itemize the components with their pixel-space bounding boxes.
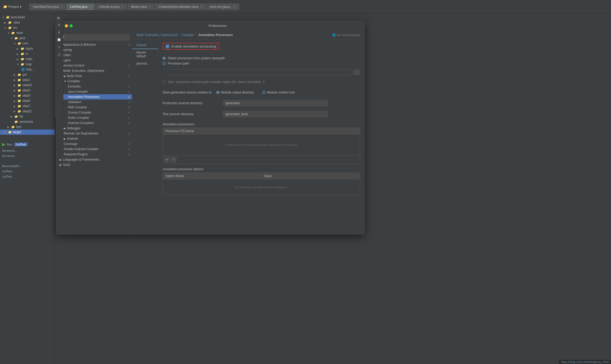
profile-tab-maven[interactable]: Maven default <box>132 49 158 60</box>
radio-module-output[interactable]: Module output directory <box>216 91 254 94</box>
action-btn-4[interactable]: 🔲 <box>56 37 62 43</box>
tree-item-list[interactable]: ▶ 📁 list <box>0 114 55 119</box>
radio-module-output-btn[interactable] <box>216 91 220 94</box>
tab-close-icon[interactable]: ✕ <box>200 5 202 8</box>
production-sources-row: Production sources directory: <box>163 98 360 108</box>
settings-item-gradle-android[interactable]: Gradle-Android Compiler ⊞ <box>56 146 132 152</box>
settings-item-groovy[interactable]: Groovy Compiler ⊞ <box>56 110 132 115</box>
tree-item-target[interactable]: ▶ 📁 target <box>0 130 55 135</box>
settings-item-build-tools[interactable]: ▶ Build Tools ⊞ <box>56 73 132 79</box>
tree-item-step7[interactable]: ▶ 📁 step7 <box>0 103 55 109</box>
settings-item-plugins[interactable]: Plugins <box>56 58 132 63</box>
settings-item-android[interactable]: ▶ Android <box>56 136 132 141</box>
module-path-checkbox[interactable] <box>163 80 166 84</box>
settings-item-appearance[interactable]: ▶ Appearance & Behavior ⊞ <box>56 42 132 47</box>
window-maximize-btn[interactable] <box>70 24 73 27</box>
settings-item-debugger[interactable]: ▶ Debugger <box>56 126 132 131</box>
radio-content-root-btn[interactable] <box>262 91 266 94</box>
remove-processor-btn[interactable]: − <box>171 157 176 162</box>
tree-item-main[interactable]: ▼ 📁 main <box>0 30 55 36</box>
tab-close-icon[interactable]: ✕ <box>148 5 151 8</box>
tree-item-step6[interactable]: ▶ 📁 step6 <box>0 98 55 103</box>
tab-close-icon[interactable]: ✕ <box>121 5 123 8</box>
radio-obtain-classpath[interactable]: Obtain processors from project classpath <box>163 56 360 61</box>
settings-item-coverage[interactable]: Coverage ⊞ <box>56 141 132 146</box>
settings-item-label: RMI Compiler <box>68 105 87 109</box>
tree-item-io[interactable]: ▶ 📁 io <box>0 51 55 56</box>
settings-item-required-plugins[interactable]: Required Plugins ⊞ <box>56 152 132 157</box>
project-selector[interactable]: 📁 Project ▾ <box>3 5 22 9</box>
tree-item-com[interactable]: ▼ 📁 com <box>0 41 55 46</box>
run-tab-label[interactable]: ListTest <box>14 143 27 146</box>
settings-item-android-compilers[interactable]: Android Compilers ⊞ <box>56 120 132 126</box>
tab-chained[interactable]: ChainedOptionsBuilder.class ✕ <box>155 3 206 10</box>
tab-hashmaptest[interactable]: HashMapTest.java ✕ <box>29 3 66 10</box>
tree-item-idea[interactable]: ▶ 📁 .idea <box>0 20 55 25</box>
settings-item-keymap[interactable]: Keymap <box>56 47 132 52</box>
profile-tab-java[interactable]: java-ba... <box>132 60 158 67</box>
processor-path-input[interactable] <box>168 69 351 75</box>
settings-item-tools[interactable]: ▶ Tools <box>56 162 132 167</box>
tab-close-icon[interactable]: ✕ <box>60 5 62 8</box>
settings-item-annotation-processors[interactable]: Annotation Processors ⊞ <box>56 94 132 99</box>
browse-button[interactable]: ... <box>353 70 360 75</box>
tab-mode-class[interactable]: Mode.class ✕ <box>128 3 154 10</box>
radio-content-root[interactable]: Module content root <box>262 91 295 94</box>
action-btn-1[interactable]: ▶ <box>56 15 62 21</box>
settings-item-vcs[interactable]: ▶ Version Control ⊞ <box>56 63 132 68</box>
settings-item-languages[interactable]: ▶ Languages & Frameworks <box>56 157 132 162</box>
tab-pomxml[interactable]: pom.xml (java... ✕ <box>206 3 240 10</box>
module-path-help-icon[interactable]: ? <box>263 80 265 84</box>
tab-listtest[interactable]: ListTest.java ✕ <box>66 3 95 10</box>
settings-item-editor[interactable]: ▶ Editor <box>56 52 132 58</box>
production-sources-input[interactable] <box>223 100 328 106</box>
action-btn-2[interactable]: ⬆ <box>56 22 62 28</box>
settings-item-build[interactable]: ▼ Build, Execution, Deployment <box>56 68 132 73</box>
enable-annotation-checkbox[interactable]: ✓ <box>166 45 169 48</box>
tree-item-test[interactable]: ▶ 📁 test <box>0 124 55 130</box>
breadcrumb-build[interactable]: Build, Execution, Deployment <box>136 33 177 37</box>
profile-tab-default[interactable]: Default <box>132 42 158 49</box>
tab-linkedlist[interactable]: LinkedList.java ✕ <box>95 3 127 10</box>
tree-item-step5[interactable]: ▶ 📁 step5 <box>0 93 55 98</box>
action-btn-6[interactable]: 🖨 <box>56 51 62 57</box>
tree-item-src[interactable]: ▼ 📁 src <box>0 25 55 30</box>
tree-item-has[interactable]: 🌐 Has... <box>0 67 55 72</box>
tree-item-label: step7 <box>22 104 30 108</box>
settings-item-compiler[interactable]: ▼ Compiler <box>56 79 132 84</box>
tab-close-icon[interactable]: ✕ <box>234 5 236 8</box>
tree-item-java[interactable]: ▼ 📁 java <box>0 36 55 41</box>
settings-item-validation[interactable]: Validation ⊞ <box>56 99 132 105</box>
run-play-icon[interactable]: ▶ <box>2 142 5 147</box>
add-processor-btn[interactable]: + <box>164 157 170 162</box>
tab-close-icon[interactable]: ✕ <box>89 5 91 8</box>
tree-root[interactable]: ▼ 📁 java-basis <box>0 15 55 20</box>
window-minimize-btn[interactable] <box>65 24 68 27</box>
tree-item-poi[interactable]: ▶ 📁 poi <box>0 72 55 77</box>
settings-item-kotlin[interactable]: Kotlin Compiler ⊞ <box>56 115 132 120</box>
radio-path-btn[interactable] <box>163 62 166 65</box>
action-btn-3[interactable]: ⬇ <box>56 29 62 36</box>
options-table-header: Option Name Value <box>163 173 360 179</box>
settings-item-rmi[interactable]: RMI Compiler ⊞ <box>56 105 132 110</box>
action-btn-5[interactable]: ≡ <box>56 44 62 50</box>
tree-item-step1[interactable]: ▶ 📁 step1 <box>0 77 55 83</box>
test-sources-input[interactable] <box>223 111 328 117</box>
settings-item-excludes[interactable]: Excludes ⊞ <box>56 84 132 89</box>
project-scope-icon: 🌐 <box>332 33 336 37</box>
tree-item-basis[interactable]: ▶ 📁 basis <box>0 46 55 51</box>
tree-item-main2[interactable]: ▶ 📁 main <box>0 56 55 62</box>
breadcrumb-compiler[interactable]: Compiler <box>182 33 194 37</box>
settings-item-remote-jar[interactable]: Remote Jar Repositories ⊞ <box>56 131 132 136</box>
settings-item-icon: ⊞ <box>128 64 130 67</box>
tree-item-step21[interactable]: ▶ 📁 step21 <box>0 109 55 114</box>
tree-item-resources[interactable]: 📁 resources <box>0 119 55 124</box>
settings-search-input[interactable] <box>59 34 129 40</box>
tree-item-map[interactable]: ▼ 📁 map <box>0 62 55 67</box>
tree-item-step3[interactable]: ▶ 📁 step3 <box>0 88 55 93</box>
radio-processor-path[interactable]: Processor path: <box>163 61 360 66</box>
settings-item-java-compiler[interactable]: Java Compiler ⊞ <box>56 89 132 94</box>
tree-item-step02[interactable]: ▶ 📁 step02 <box>0 83 55 88</box>
radio-classpath-btn[interactable] <box>163 57 166 60</box>
expand-icon: ▼ <box>64 80 66 83</box>
